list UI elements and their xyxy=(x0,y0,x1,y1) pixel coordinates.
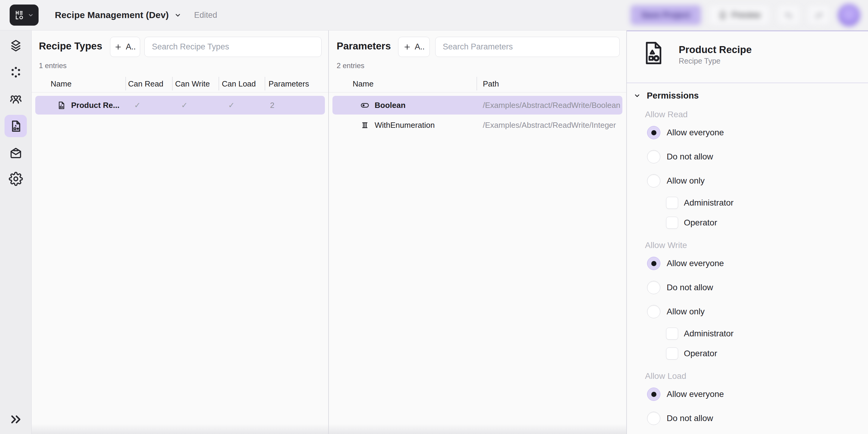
checkbox[interactable] xyxy=(666,347,678,360)
main-content: Recipe Types A.. 1 entries Name Can Read… xyxy=(32,30,868,434)
role-checkbox-operator[interactable]: Operator xyxy=(666,344,865,364)
details-title: Product Recipe xyxy=(679,44,752,56)
radio-button[interactable] xyxy=(647,281,660,294)
radio-label: Allow only xyxy=(667,307,705,316)
add-recipe-type-button[interactable]: A.. xyxy=(110,37,140,57)
checkbox-label: Administrator xyxy=(684,329,734,338)
column-header-name[interactable]: Name xyxy=(51,79,71,89)
add-button-label: A.. xyxy=(415,42,425,52)
role-checkbox-operator[interactable]: Operator xyxy=(666,213,865,233)
parameters-panel: Parameters A.. 2 entries Name Path Boole… xyxy=(329,30,627,434)
column-header-can-read[interactable]: Can Read xyxy=(128,79,163,89)
radio-option-do-not-allow[interactable]: Do not allow xyxy=(645,276,865,300)
sidebar-item-users[interactable] xyxy=(4,88,27,110)
parameters-entry-count: 2 entries xyxy=(337,61,364,70)
search-recipe-types-input[interactable] xyxy=(144,37,321,57)
parameters-title: Parameters xyxy=(337,40,391,52)
permissions-section-title: Permissions xyxy=(647,91,699,101)
allow-read-label: Allow Read xyxy=(645,108,865,121)
radio-button[interactable] xyxy=(647,150,660,163)
helio-logo-icon xyxy=(14,10,25,21)
parameter-path: /Examples/Abstract/ReadWrite/Boolean xyxy=(483,96,620,115)
radio-label: Do not allow xyxy=(667,413,713,423)
workspace-logo-button[interactable] xyxy=(10,4,38,26)
radio-button[interactable] xyxy=(647,257,660,270)
sidebar-item-settings[interactable] xyxy=(4,167,27,190)
radio-option-allow-everyone[interactable]: Allow everyone xyxy=(645,382,865,406)
recipe-types-entry-count: 1 entries xyxy=(39,61,67,70)
radio-button[interactable] xyxy=(647,305,660,318)
undo-icon xyxy=(784,10,793,20)
recipe-type-large-icon xyxy=(641,40,665,66)
redo-icon xyxy=(814,10,824,20)
column-header-name[interactable]: Name xyxy=(352,79,373,89)
recipe-type-row[interactable]: Product Re... ✓ ✓ ✓ 2 xyxy=(35,96,325,115)
permissions-body: Allow Read Allow everyone Do not allow A… xyxy=(645,102,865,430)
checkbox-label: Operator xyxy=(684,218,717,227)
user-avatar[interactable] xyxy=(838,4,860,26)
undo-button[interactable] xyxy=(778,5,800,25)
double-chevron-right-icon xyxy=(9,412,23,427)
permissions-section-toggle[interactable]: Permissions xyxy=(633,89,699,102)
column-header-can-write[interactable]: Can Write xyxy=(175,79,210,89)
radio-option-allow-everyone[interactable]: Allow everyone xyxy=(645,121,865,145)
role-checkbox-administrator[interactable]: Administrator xyxy=(666,193,865,213)
parameter-row[interactable]: Boolean /Examples/Abstract/ReadWrite/Boo… xyxy=(333,96,622,115)
sidebar-item-layers[interactable] xyxy=(4,34,27,57)
can-read-check-icon: ✓ xyxy=(134,96,141,115)
radio-button[interactable] xyxy=(647,126,660,139)
recipe-document-icon xyxy=(57,96,66,115)
plus-icon xyxy=(114,43,122,51)
column-header-can-load[interactable]: Can Load xyxy=(222,79,256,89)
toggle-icon xyxy=(360,96,370,115)
radio-option-do-not-allow[interactable]: Do not allow xyxy=(645,406,865,430)
radio-option-allow-only[interactable]: Allow only xyxy=(645,300,865,324)
parameters-table-header: Name Path xyxy=(329,75,626,93)
redo-button[interactable] xyxy=(808,5,830,25)
radio-button[interactable] xyxy=(647,388,660,401)
role-checkbox-administrator[interactable]: Administrator xyxy=(666,324,865,344)
radio-button[interactable] xyxy=(647,412,660,425)
recipe-types-panel: Recipe Types A.. 1 entries Name Can Read… xyxy=(32,30,329,434)
search-parameters-input[interactable] xyxy=(435,37,620,57)
radio-label: Do not allow xyxy=(667,152,713,161)
sidebar-expand-button[interactable] xyxy=(4,408,27,430)
recipe-types-table-header: Name Can Read Can Write Can Load Paramet… xyxy=(32,75,328,93)
add-parameter-button[interactable]: A.. xyxy=(398,37,430,57)
radio-option-do-not-allow[interactable]: Do not allow xyxy=(645,145,865,169)
chevron-down-icon xyxy=(27,11,34,19)
preview-button[interactable]: Preview xyxy=(709,5,770,25)
sidebar xyxy=(0,30,32,434)
dots-grid-icon xyxy=(9,65,23,79)
checkbox[interactable] xyxy=(666,328,678,340)
recipe-document-icon xyxy=(9,119,23,133)
column-divider xyxy=(476,77,477,90)
gear-icon xyxy=(9,172,23,186)
recipe-type-name: Product Re... xyxy=(71,96,119,115)
parameter-path: /Examples/Abstract/ReadWrite/Integer xyxy=(483,116,616,134)
radio-label: Allow everyone xyxy=(667,390,724,399)
radio-button[interactable] xyxy=(647,174,660,187)
allow-load-label: Allow Load xyxy=(645,370,865,382)
save-project-button[interactable]: Save Project xyxy=(630,5,701,25)
sidebar-item-modules[interactable] xyxy=(4,61,27,83)
radio-label: Allow only xyxy=(667,176,705,186)
radio-option-allow-everyone[interactable]: Allow everyone xyxy=(645,251,865,276)
chevron-down-icon xyxy=(174,11,182,19)
checkbox-label: Operator xyxy=(684,349,717,358)
column-header-path[interactable]: Path xyxy=(483,79,499,89)
sidebar-item-mail[interactable] xyxy=(4,141,27,164)
edited-status: Edited xyxy=(194,10,217,20)
radio-label: Allow everyone xyxy=(667,258,724,268)
parameter-name: Boolean xyxy=(375,96,406,115)
project-menu-button[interactable] xyxy=(174,11,182,19)
sidebar-item-recipes[interactable] xyxy=(4,115,27,137)
parameter-row[interactable]: WithEnumeration /Examples/Abstract/ReadW… xyxy=(333,116,622,134)
checkbox[interactable] xyxy=(666,217,678,229)
divider xyxy=(627,83,868,83)
chevron-down-icon xyxy=(633,91,641,100)
users-group-icon xyxy=(9,92,23,106)
radio-option-allow-only[interactable]: Allow only xyxy=(645,169,865,193)
column-header-parameters[interactable]: Parameters xyxy=(269,79,309,89)
checkbox[interactable] xyxy=(666,197,678,209)
